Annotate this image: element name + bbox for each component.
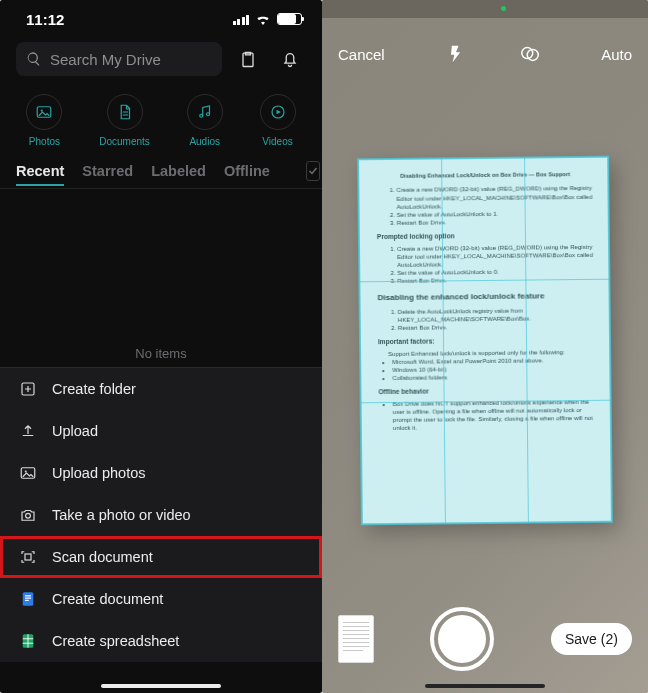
action-scan-document[interactable]: Scan document	[0, 536, 322, 578]
scanner-topbar: Cancel Auto	[322, 40, 648, 68]
save-label: Save	[565, 631, 597, 647]
scan-thumbnail[interactable]	[338, 615, 374, 663]
category-label: Audios	[189, 136, 220, 147]
action-label: Scan document	[52, 549, 153, 565]
action-create-folder[interactable]: Create folder	[0, 368, 322, 410]
drive-screen: 11:12 Search My Drive Photos	[0, 0, 322, 693]
tab-bar: Recent Starred Labeled Offline	[0, 155, 322, 181]
select-toggle[interactable]	[306, 161, 320, 181]
home-indicator[interactable]	[425, 684, 545, 688]
filter-icon[interactable]	[516, 40, 544, 68]
action-create-document[interactable]: Create document	[0, 578, 322, 620]
image-upload-icon	[18, 464, 38, 482]
tab-starred[interactable]: Starred	[82, 163, 133, 179]
category-label: Photos	[29, 136, 60, 147]
svg-point-2	[199, 114, 202, 117]
search-input[interactable]: Search My Drive	[16, 42, 222, 76]
save-count: (2)	[601, 631, 618, 647]
empty-label: No items	[135, 346, 186, 361]
svg-point-3	[206, 113, 209, 116]
save-button[interactable]: Save (2)	[551, 623, 632, 655]
auto-mode-button[interactable]: Auto	[601, 46, 632, 63]
svg-rect-13	[25, 600, 29, 601]
clock: 11:12	[26, 11, 64, 28]
action-upload-photos[interactable]: Upload photos	[0, 452, 322, 494]
home-indicator[interactable]	[101, 684, 221, 688]
document-text: Disabling Enhanced Lock/Unlock on Box Dr…	[358, 157, 612, 525]
folder-plus-icon	[18, 380, 38, 398]
action-label: Create folder	[52, 381, 136, 397]
svg-rect-10	[23, 592, 34, 606]
battery-icon	[277, 13, 302, 25]
wifi-icon	[255, 13, 271, 25]
cancel-button[interactable]: Cancel	[338, 46, 385, 63]
action-label: Upload photos	[52, 465, 146, 481]
clipboard-button[interactable]	[232, 49, 264, 69]
category-row: Photos Documents Audios Videos	[0, 84, 322, 155]
tab-recent[interactable]: Recent	[16, 163, 64, 179]
cellular-icon	[233, 14, 250, 25]
sheet-icon	[18, 632, 38, 650]
category-documents[interactable]: Documents	[99, 94, 150, 147]
scanner-screen: Cancel Auto Disabling Enhanced Lock/Unlo…	[322, 0, 648, 693]
action-create-spreadsheet[interactable]: Create spreadsheet	[0, 620, 322, 662]
flash-icon[interactable]	[442, 40, 470, 68]
scanner-bottombar: Save (2)	[322, 607, 648, 671]
search-icon	[26, 51, 42, 67]
svg-point-7	[25, 471, 27, 473]
status-bar: 11:12	[0, 0, 322, 38]
svg-point-8	[26, 513, 31, 518]
action-take-photo[interactable]: Take a photo or video	[0, 494, 322, 536]
svg-rect-12	[25, 598, 31, 599]
tab-labeled[interactable]: Labeled	[151, 163, 206, 179]
camera-icon	[18, 506, 38, 524]
document-preview: Disabling Enhanced Lock/Unlock on Box Dr…	[358, 157, 612, 525]
camera-indicator-dot	[501, 6, 506, 11]
svg-rect-9	[25, 554, 31, 560]
action-sheet: Create folder Upload Upload photos Take …	[0, 367, 322, 662]
category-videos[interactable]: Videos	[260, 94, 296, 147]
category-audios[interactable]: Audios	[187, 94, 223, 147]
empty-state: No items	[0, 189, 322, 367]
scan-icon	[18, 548, 38, 566]
action-label: Create spreadsheet	[52, 633, 179, 649]
action-label: Create document	[52, 591, 163, 607]
category-photos[interactable]: Photos	[26, 94, 62, 147]
action-upload[interactable]: Upload	[0, 410, 322, 452]
action-label: Take a photo or video	[52, 507, 191, 523]
search-placeholder: Search My Drive	[50, 51, 161, 68]
bell-button[interactable]	[274, 49, 306, 69]
upload-icon	[18, 422, 38, 440]
action-label: Upload	[52, 423, 98, 439]
svg-rect-11	[25, 595, 31, 596]
category-label: Videos	[262, 136, 292, 147]
tab-offline[interactable]: Offline	[224, 163, 270, 179]
doc-icon	[18, 590, 38, 608]
shutter-button[interactable]	[430, 607, 494, 671]
category-label: Documents	[99, 136, 150, 147]
